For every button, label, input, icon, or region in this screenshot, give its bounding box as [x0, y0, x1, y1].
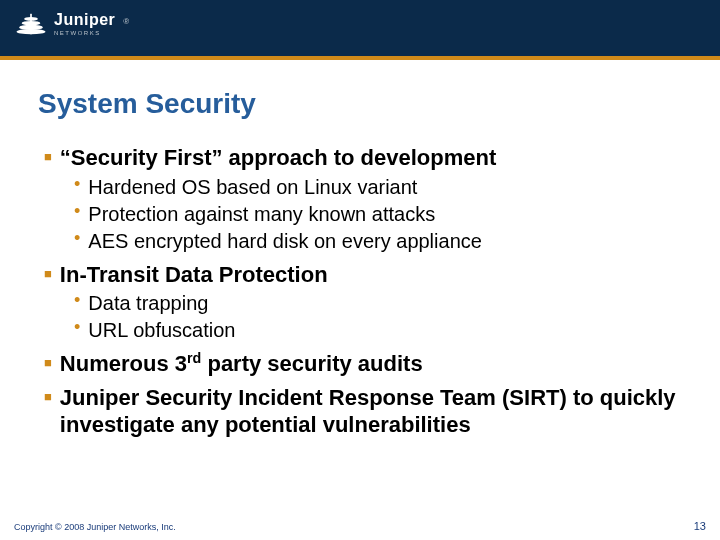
logo-text: Juniper NETWORKS	[54, 12, 115, 36]
dot-bullet-icon: •	[74, 228, 80, 250]
square-bullet-icon: ■	[44, 150, 52, 163]
bullet-heading-text: In-Transit Data Protection	[60, 261, 328, 289]
sub-bullet-text: AES encrypted hard disk on every applian…	[88, 228, 482, 255]
page-number: 13	[694, 520, 706, 532]
square-bullet-icon: ■	[44, 356, 52, 369]
list-item: •URL obfuscation	[74, 317, 682, 344]
dot-bullet-icon: •	[74, 290, 80, 312]
list-item: ■ “Security First” approach to developme…	[44, 144, 682, 255]
dot-bullet-icon: •	[74, 317, 80, 339]
registered-mark: ®	[123, 17, 129, 26]
bullet-heading: ■ “Security First” approach to developme…	[44, 144, 682, 172]
slide-content: System Security ■ “Security First” appro…	[0, 60, 720, 439]
bullet-heading-text: “Security First” approach to development	[60, 144, 496, 172]
logo-brand: Juniper	[54, 12, 115, 28]
square-bullet-icon: ■	[44, 390, 52, 403]
list-item: ■ Numerous 3rd party security audits	[44, 350, 682, 378]
juniper-logo-icon	[14, 10, 48, 38]
list-item: •Data trapping	[74, 290, 682, 317]
sub-bullet-text: Data trapping	[88, 290, 208, 317]
bullet-heading-text: Juniper Security Incident Response Team …	[60, 384, 682, 439]
logo: Juniper NETWORKS ®	[0, 0, 720, 48]
bullet-heading: ■ Numerous 3rd party security audits	[44, 350, 682, 378]
slide-title: System Security	[38, 88, 682, 120]
logo-tagline: NETWORKS	[54, 30, 115, 36]
dot-bullet-icon: •	[74, 174, 80, 196]
svg-rect-4	[30, 14, 32, 34]
slide-footer: Copyright © 2008 Juniper Networks, Inc. …	[0, 520, 720, 532]
list-item: •Protection against many known attacks	[74, 201, 682, 228]
bullet-heading: ■ Juniper Security Incident Response Tea…	[44, 384, 682, 439]
bullet-list: ■ “Security First” approach to developme…	[44, 144, 682, 439]
slide-header: Juniper NETWORKS ®	[0, 0, 720, 60]
sub-list: •Hardened OS based on Linux variant •Pro…	[74, 174, 682, 255]
list-item: ■ In-Transit Data Protection •Data trapp…	[44, 261, 682, 345]
copyright-text: Copyright © 2008 Juniper Networks, Inc.	[14, 522, 176, 532]
bullet-heading: ■ In-Transit Data Protection	[44, 261, 682, 289]
sub-bullet-text: Protection against many known attacks	[88, 201, 435, 228]
bullet-heading-text: Numerous 3rd party security audits	[60, 350, 423, 378]
square-bullet-icon: ■	[44, 267, 52, 280]
list-item: ■ Juniper Security Incident Response Tea…	[44, 384, 682, 439]
dot-bullet-icon: •	[74, 201, 80, 223]
list-item: •AES encrypted hard disk on every applia…	[74, 228, 682, 255]
sub-bullet-text: Hardened OS based on Linux variant	[88, 174, 417, 201]
list-item: •Hardened OS based on Linux variant	[74, 174, 682, 201]
sub-list: •Data trapping •URL obfuscation	[74, 290, 682, 344]
sub-bullet-text: URL obfuscation	[88, 317, 235, 344]
